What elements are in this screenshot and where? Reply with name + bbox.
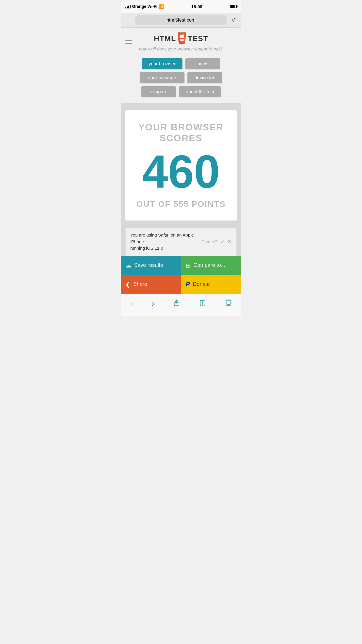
status-right bbox=[230, 5, 237, 8]
bookmarks-icon bbox=[199, 299, 206, 306]
browser-info: You are using Safari on an Apple iPhone … bbox=[125, 228, 237, 256]
battery-icon bbox=[230, 5, 237, 8]
signal-bar-4 bbox=[130, 5, 131, 8]
nav-other-browsers[interactable]: other browsers bbox=[140, 72, 184, 83]
score-card: YOUR BROWSER SCORES 460 OUT OF 555 POINT… bbox=[125, 110, 237, 220]
nav-row-3: compare about the test bbox=[141, 86, 221, 97]
site-subtitle: how well does your browser support html5… bbox=[126, 46, 236, 51]
logo-text-left: HTML bbox=[154, 34, 176, 43]
svg-marker-5 bbox=[182, 35, 184, 36]
nav-your-browser[interactable]: your browser bbox=[142, 58, 182, 69]
share-label: Share bbox=[133, 281, 147, 287]
tabs-button[interactable] bbox=[219, 297, 238, 310]
check-icon[interactable]: ✓ bbox=[220, 239, 224, 245]
correct-label: Correct? bbox=[201, 239, 217, 244]
status-left: Orange Wi-Fi 📶 bbox=[125, 4, 164, 9]
bottom-nav: ‹ › bbox=[121, 294, 241, 316]
url-bar: ↺ bbox=[121, 13, 241, 28]
compare-icon: ⊞ bbox=[186, 262, 191, 269]
browser-info-line1: You are using Safari on an Apple iPhone bbox=[130, 232, 194, 244]
nav-compare[interactable]: compare bbox=[141, 86, 176, 97]
logo-container: HTML TEST bbox=[126, 32, 236, 45]
share-icon: ❮ bbox=[125, 281, 130, 288]
score-area: YOUR BROWSER SCORES 460 OUT OF 555 POINT… bbox=[121, 103, 241, 294]
nav-row-1: your browser news bbox=[142, 58, 220, 69]
status-time: 16:08 bbox=[191, 4, 202, 9]
nav-row-2: other browsers device lab bbox=[140, 72, 222, 83]
close-icon[interactable]: ✕ bbox=[227, 239, 232, 245]
nav-news[interactable]: news bbox=[185, 58, 220, 69]
score-title: YOUR BROWSER SCORES bbox=[131, 122, 231, 144]
donate-label: Donate bbox=[193, 281, 210, 287]
share-button[interactable]: ❮ Share bbox=[121, 275, 181, 294]
reload-button[interactable]: ↺ bbox=[229, 17, 238, 23]
donate-button[interactable]: P Donate bbox=[181, 275, 241, 294]
back-button[interactable]: ‹ bbox=[124, 297, 138, 311]
share-nav-icon bbox=[173, 299, 180, 306]
score-subtitle: OUT OF 555 POINTS bbox=[131, 200, 231, 209]
save-icon: ☁ bbox=[125, 262, 131, 269]
menu-line-3 bbox=[125, 43, 132, 44]
nav-device-lab[interactable]: device lab bbox=[187, 72, 222, 83]
menu-line-2 bbox=[125, 42, 132, 42]
status-bar: Orange Wi-Fi 📶 16:08 bbox=[121, 0, 241, 13]
paypal-icon: P bbox=[186, 281, 190, 288]
menu-icon[interactable] bbox=[125, 40, 132, 44]
action-buttons: ☁ Save results ⊞ Compare to... ❮ Share P… bbox=[121, 256, 241, 294]
score-section: YOUR BROWSER SCORES 460 OUT OF 555 POINT… bbox=[121, 103, 241, 228]
browser-info-actions: Correct? ✓ ✕ bbox=[201, 239, 232, 245]
compare-button[interactable]: ⊞ Compare to... bbox=[181, 256, 241, 275]
browser-info-line2: running iOS 11.0 bbox=[130, 246, 163, 251]
signal-bar-1 bbox=[125, 7, 126, 8]
signal-bar-3 bbox=[128, 6, 129, 8]
wifi-icon: 📶 bbox=[159, 4, 164, 9]
svg-marker-4 bbox=[180, 35, 182, 36]
signal-bars bbox=[125, 4, 131, 8]
bookmarks-button[interactable] bbox=[193, 297, 212, 310]
signal-bar-2 bbox=[127, 6, 128, 8]
save-results-button[interactable]: ☁ Save results bbox=[121, 256, 181, 275]
save-label: Save results bbox=[134, 262, 163, 268]
carrier-name: Orange Wi-Fi bbox=[132, 4, 157, 9]
menu-line-1 bbox=[125, 40, 132, 41]
url-input[interactable] bbox=[135, 15, 227, 25]
logo-text-right: TEST bbox=[188, 34, 208, 43]
svg-marker-2 bbox=[180, 36, 184, 38]
forward-button[interactable]: › bbox=[146, 297, 160, 311]
site-header: HTML TEST how well does your browser sup… bbox=[121, 28, 241, 56]
nav-about-test[interactable]: about the test bbox=[179, 86, 221, 97]
browser-info-text: You are using Safari on an Apple iPhone … bbox=[130, 232, 201, 252]
score-number: 460 bbox=[131, 148, 231, 195]
compare-label: Compare to... bbox=[194, 262, 225, 268]
share-nav-button[interactable] bbox=[167, 297, 186, 310]
html5-shield-icon bbox=[177, 32, 187, 45]
battery-fill bbox=[230, 5, 235, 8]
navigation: your browser news other browsers device … bbox=[121, 56, 241, 103]
tabs-icon bbox=[225, 299, 232, 306]
